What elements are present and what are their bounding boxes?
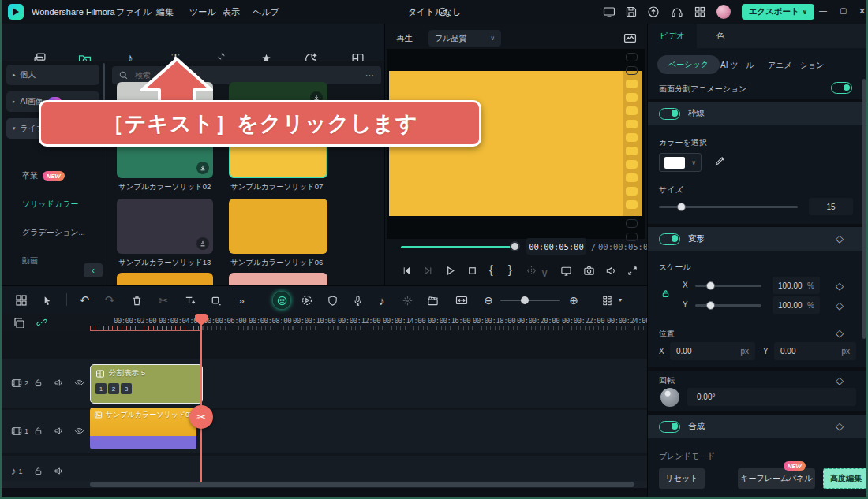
timeline-zoom-slider[interactable] [500,300,560,301]
zoom-to-fit-button[interactable] [455,293,469,307]
border-size-slider-handle[interactable] [677,203,686,211]
minimize-button[interactable]: — [819,6,827,15]
more-options-icon[interactable]: ⋯ [365,70,375,80]
save-icon[interactable] [625,6,638,18]
scale-y-slider-handle[interactable] [706,301,715,310]
timeline-ruler[interactable]: 00:00:02:00 00:00:04:00 00:00:06:00 00:0… [2,314,647,331]
rotation-knob[interactable] [660,388,679,407]
library-thumbnail-solid06[interactable] [229,199,327,254]
crop-tool-button[interactable] [208,293,223,307]
library-thumbnail-solid13[interactable] [117,199,213,254]
audio-mixer-button[interactable]: ♪ [375,293,389,307]
ai-portrait-button[interactable] [273,292,290,309]
export-button[interactable]: エクスポート∨ [742,4,814,20]
track-visibility-eye-icon[interactable] [74,426,84,436]
tab-video[interactable]: ビデオ [648,24,697,48]
scale-y-value[interactable]: 100.00% [773,296,820,314]
scale-y-slider[interactable] [695,304,761,307]
motion-tracking-button[interactable] [400,293,414,307]
track-lock-icon[interactable] [33,426,43,436]
quality-dropdown[interactable]: フル品質 ∨ [428,30,501,47]
undo-button[interactable]: ↶ [77,293,92,307]
next-frame-button[interactable] [422,265,434,277]
chevron-down-icon[interactable]: ∨ [541,266,548,279]
track-lock-icon[interactable] [33,466,43,476]
display-device-button[interactable] [560,265,572,277]
menu-help[interactable]: ヘルプ [245,0,287,24]
keyframe-panel-button[interactable]: キーフレームパネル [738,468,815,489]
tab-color[interactable]: 色 [705,24,736,48]
layout-switch-icon[interactable] [603,6,615,18]
clip-solid-color[interactable]: サンプルカラーソリッド07 [90,408,196,436]
scale-x-value[interactable]: 100.00% [773,277,820,294]
clip-split-view[interactable]: 分割表示 5 1 2 3 [90,364,203,404]
sidebar-item-gradient[interactable]: グラデーション... [6,222,99,243]
track-lock-icon[interactable] [33,378,43,388]
paste-board-icon[interactable] [13,317,24,328]
more-tools-button[interactable]: » [234,293,249,307]
split-scissors-button[interactable]: ✂ [156,293,170,307]
mark-in-button[interactable]: { [489,263,493,276]
position-x-field[interactable]: 0.00px [670,342,755,360]
track-mute-speaker-icon[interactable] [54,426,64,436]
split-animation-toggle[interactable] [831,82,852,94]
support-headset-icon[interactable] [671,6,683,18]
split-at-playhead-button[interactable]: ✂ [189,405,213,429]
cloud-upload-icon[interactable] [647,6,660,18]
rotation-keyframe-diamond-icon[interactable]: ◇ [836,375,844,385]
eyedropper-icon[interactable] [714,156,726,168]
user-avatar[interactable] [716,5,731,19]
scale-link-lock-icon[interactable] [660,289,671,299]
subtab-basic[interactable]: ベーシック [657,55,720,74]
scale-y-keyframe-diamond-icon[interactable]: ◇ [836,300,844,311]
clip-solid-color-band[interactable] [90,436,196,449]
sidebar-collapse-button[interactable]: ‹ [84,263,103,277]
render-preview-icon[interactable] [623,32,637,45]
library-thumbnail[interactable] [117,273,213,285]
stop-button[interactable] [466,265,478,277]
delete-trash-button[interactable] [129,293,144,307]
timeline-hscrollbar-thumb[interactable] [90,482,634,487]
playback-progress-handle[interactable] [510,241,520,251]
composite-keyframe-diamond-icon[interactable]: ◇ [836,421,844,431]
play-button[interactable] [444,265,456,277]
fullscreen-expand-button[interactable] [627,265,638,277]
subtab-animation[interactable]: アニメーション [768,60,824,71]
track-visibility-eye-icon[interactable] [74,378,84,388]
scale-x-keyframe-diamond-icon[interactable]: ◇ [836,281,844,291]
position-y-field[interactable]: 0.00px [774,342,856,360]
quick-split-button[interactable] [526,265,537,277]
auto-ripple-link-icon[interactable] [36,317,47,328]
volume-speaker-button[interactable] [605,265,617,277]
scale-x-slider-handle[interactable] [706,281,715,290]
track-mute-speaker-icon[interactable] [54,378,64,388]
playhead-line[interactable] [200,314,202,482]
track-mute-speaker-icon[interactable] [54,466,64,476]
playback-progress-bar[interactable] [401,246,514,248]
chroma-key-button[interactable] [425,293,440,307]
track-manager-button[interactable] [600,293,614,307]
scale-x-slider[interactable] [695,285,761,287]
border-size-value[interactable]: 15 [809,198,853,215]
maximize-button[interactable]: ▢ [840,6,847,15]
shield-mask-button[interactable] [325,293,339,307]
timeline-hscrollbar-track[interactable] [2,481,647,488]
close-button[interactable]: ✕ [859,6,866,17]
apps-grid-icon[interactable] [694,6,706,18]
reset-button[interactable]: リセット [659,468,705,489]
rotation-value-field[interactable]: 0.00° [687,388,856,406]
record-voiceover-button[interactable] [350,293,365,307]
border-color-swatch-dropdown[interactable]: ∨ [659,153,702,172]
sidebar-item-solid-color[interactable]: ソリッドカラー [6,194,99,214]
zoom-out-button[interactable]: ⊖ [481,293,496,307]
subtab-ai-tools[interactable]: AI ツール [720,60,754,71]
inspector-scrollbar[interactable] [862,79,866,339]
transform-keyframe-diamond-icon[interactable]: ◇ [836,233,844,244]
menu-view[interactable]: 表示 [215,0,248,24]
sidebar-item-personal[interactable]: ▸ 個人 [6,65,99,85]
select-cursor-tool[interactable] [39,293,54,307]
timeline-zoom-slider-handle[interactable] [521,296,529,304]
current-timecode[interactable]: 00:00:05:00 [526,238,586,255]
media-bin-grid-icon[interactable] [14,293,28,307]
add-text-button[interactable] [182,293,196,307]
